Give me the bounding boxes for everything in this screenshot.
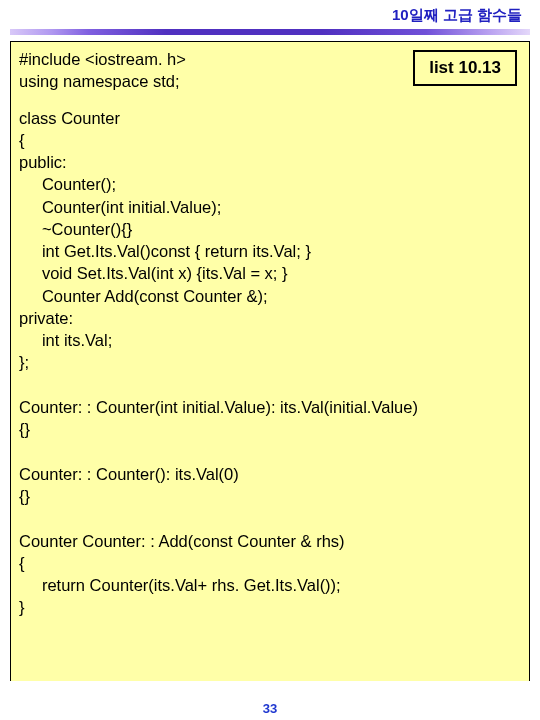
list-label: list 10.13 — [429, 58, 501, 77]
slide-header: 10일째 고급 함수들 — [0, 0, 540, 27]
list-box: list 10.13 — [413, 50, 517, 86]
code-area: #include <iostream. h> using namespace s… — [10, 41, 530, 681]
include-block: #include <iostream. h> using namespace s… — [19, 48, 413, 93]
slide: 10일째 고급 함수들 #include <iostream. h> using… — [0, 0, 540, 720]
include-code: #include <iostream. h> using namespace s… — [19, 48, 413, 93]
header-divider — [10, 29, 530, 35]
top-row: #include <iostream. h> using namespace s… — [19, 48, 521, 93]
header-title: 10일째 고급 함수들 — [392, 6, 522, 23]
code-body: class Counter { public: Counter(); Count… — [19, 107, 521, 619]
page-number: 33 — [0, 701, 540, 716]
